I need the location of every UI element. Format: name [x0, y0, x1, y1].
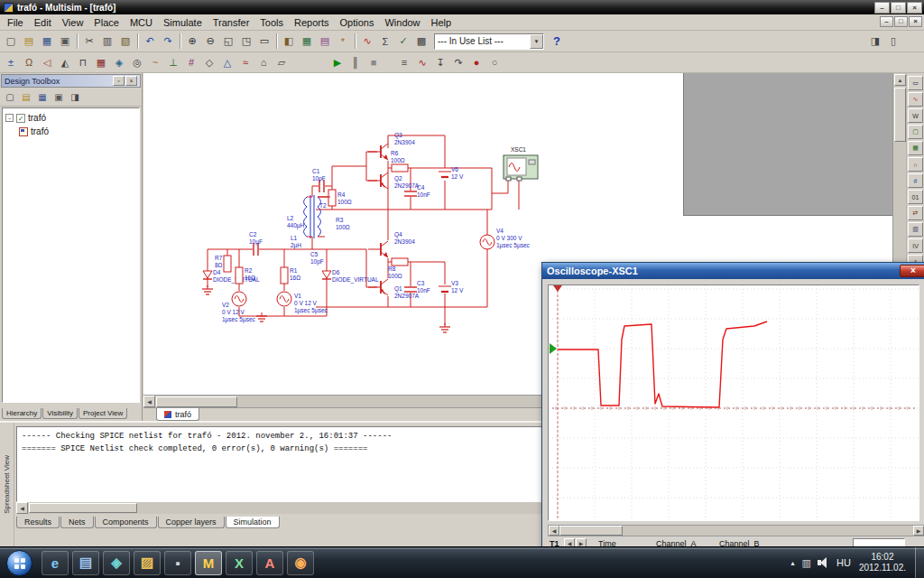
- multisim-taskbar-icon[interactable]: M: [195, 551, 222, 575]
- mdi-close-button[interactable]: ×: [909, 16, 922, 27]
- mcu-step-over-icon[interactable]: ↷: [449, 53, 467, 71]
- place-source-icon[interactable]: ±: [2, 53, 20, 71]
- grapher-icon[interactable]: ∿: [358, 33, 376, 51]
- place-basic-icon[interactable]: Ω: [20, 53, 38, 71]
- zoom-in-icon[interactable]: ⊕: [183, 33, 201, 51]
- probe-icon[interactable]: ∿: [413, 53, 431, 71]
- breadboard-view-icon[interactable]: ▯: [884, 33, 902, 51]
- ss-scroll-thumb[interactable]: [29, 503, 137, 513]
- menu-transfer[interactable]: Transfer: [208, 15, 255, 30]
- place-transistor-icon[interactable]: ◭: [56, 53, 74, 71]
- place-rf-icon[interactable]: ≈: [236, 53, 254, 71]
- component-Q2[interactable]: Q22N2907A: [368, 172, 420, 189]
- postprocessor-icon[interactable]: Σ: [376, 33, 394, 51]
- in-use-list-combo[interactable]: --- In Use List --- ▼: [434, 33, 544, 50]
- media-player-icon[interactable]: ◉: [287, 551, 314, 575]
- toolbox-close-icon[interactable]: ▣: [51, 89, 67, 106]
- undo-icon[interactable]: ↶: [141, 33, 159, 51]
- menu-help[interactable]: Help: [426, 15, 457, 30]
- component-R4[interactable]: R4100Ω: [328, 190, 352, 206]
- zoom-out-icon[interactable]: ⊖: [201, 33, 219, 51]
- iv-analyzer-icon[interactable]: IV: [908, 238, 923, 253]
- tab-components[interactable]: Components: [95, 517, 157, 528]
- breakpoint-icon[interactable]: ●: [467, 53, 485, 71]
- logic-converter-icon[interactable]: ⇄: [908, 206, 923, 220]
- tray-app-icon[interactable]: ▥: [802, 557, 811, 569]
- close-button[interactable]: ×: [907, 2, 922, 14]
- new-icon[interactable]: ▢: [2, 33, 20, 51]
- file-manager-icon[interactable]: ▤: [72, 551, 99, 575]
- menu-window[interactable]: Window: [379, 15, 425, 30]
- tab-hierarchy[interactable]: Hierarchy: [2, 408, 42, 419]
- place-mixed-icon[interactable]: ~: [146, 53, 164, 71]
- component-R1[interactable]: R116Ω: [281, 267, 300, 284]
- t1-cursor-marker[interactable]: [553, 285, 562, 292]
- component-gnd[interactable]: [256, 312, 267, 322]
- place-electromech-icon[interactable]: ⌂: [254, 53, 273, 71]
- tab-nets[interactable]: Nets: [60, 517, 94, 528]
- component-XSC1[interactable]: XSC1: [504, 146, 538, 181]
- menu-simulate[interactable]: Simulate: [158, 15, 208, 30]
- analyses-icon[interactable]: ≡: [395, 53, 413, 71]
- place-diode-icon[interactable]: ◁: [38, 53, 56, 71]
- oscilloscope-titlebar[interactable]: Oscilloscope-XSC1 ×: [542, 263, 924, 279]
- language-indicator[interactable]: HU: [836, 557, 851, 568]
- design-toolbox-icon[interactable]: ◧: [280, 33, 298, 51]
- menu-file[interactable]: File: [2, 15, 29, 30]
- menu-reports[interactable]: Reports: [289, 15, 335, 30]
- explorer-folder-icon[interactable]: ▨: [134, 551, 161, 575]
- internet-explorer-icon[interactable]: e: [42, 551, 69, 575]
- fullscreen-icon[interactable]: ▭: [255, 33, 273, 51]
- component-gnd[interactable]: [439, 323, 450, 332]
- clear-breakpoint-icon[interactable]: ○: [485, 53, 504, 71]
- media-app-icon[interactable]: ◈: [103, 551, 130, 575]
- component-C2[interactable]: C210µF: [249, 231, 263, 256]
- place-peripherals-icon[interactable]: △: [218, 53, 236, 71]
- copy-icon[interactable]: ▥: [98, 33, 116, 51]
- combo-dropdown-icon[interactable]: ▼: [530, 34, 543, 49]
- place-misc-icon[interactable]: ◇: [200, 53, 218, 71]
- mdi-restore-button[interactable]: □: [894, 16, 908, 27]
- logic-analyzer-icon[interactable]: ▥: [908, 222, 923, 237]
- menu-mcu[interactable]: MCU: [125, 15, 158, 30]
- four-channel-oscilloscope-icon[interactable]: ▦: [908, 141, 923, 155]
- cut-icon[interactable]: ✂: [80, 33, 98, 51]
- component-T2[interactable]: T2: [304, 195, 331, 238]
- menu-options[interactable]: Options: [335, 15, 380, 30]
- zoom-area-icon[interactable]: ◱: [219, 33, 237, 51]
- stop-simulation-button[interactable]: ■: [365, 53, 383, 71]
- schematic-view-icon[interactable]: ◨: [866, 33, 884, 51]
- component-wizard-icon[interactable]: *: [334, 33, 352, 51]
- horizontal-scroll-thumb[interactable]: [156, 396, 237, 407]
- vertical-scroll-thumb[interactable]: [894, 88, 906, 142]
- start-button[interactable]: [6, 550, 32, 576]
- component-V3[interactable]: V312 V: [438, 280, 464, 294]
- component-gnd[interactable]: [202, 285, 213, 294]
- oscilloscope-icon[interactable]: ▢: [908, 125, 923, 139]
- command-window-icon[interactable]: ▪: [164, 551, 191, 575]
- toolbox-view-icon[interactable]: ◨: [67, 89, 83, 106]
- menu-view[interactable]: View: [57, 15, 89, 30]
- menu-tools[interactable]: Tools: [254, 15, 289, 30]
- place-misc-digital-icon[interactable]: ◎: [128, 53, 146, 71]
- tree-expander-icon[interactable]: -: [5, 114, 14, 122]
- place-connector-icon[interactable]: ▱: [273, 53, 291, 71]
- scope-scroll-thumb[interactable]: [559, 526, 623, 536]
- tab-results[interactable]: Results: [16, 517, 60, 528]
- place-power-icon[interactable]: #: [182, 53, 200, 71]
- show-desktop-button[interactable]: [915, 547, 924, 578]
- oscilloscope-close-button[interactable]: ×: [900, 265, 924, 277]
- component-R8[interactable]: R8100Ω: [388, 258, 408, 279]
- bode-plotter-icon[interactable]: ∩: [908, 157, 923, 172]
- channel-a-marker[interactable]: [550, 343, 557, 354]
- capture-region-icon[interactable]: ▩: [412, 33, 430, 51]
- run-simulation-button[interactable]: ▶: [328, 53, 346, 71]
- ss-scroll-left-icon[interactable]: ◀: [16, 502, 28, 514]
- restore-button[interactable]: □: [891, 2, 906, 14]
- mcu-step-into-icon[interactable]: ↧: [431, 53, 449, 71]
- excel-icon[interactable]: X: [226, 551, 253, 575]
- pause-simulation-button[interactable]: ║: [346, 53, 365, 71]
- oscilloscope-scrollbar[interactable]: ◀ ▶: [548, 525, 924, 536]
- help-icon[interactable]: ?: [548, 33, 566, 51]
- component-C1[interactable]: C110pF: [312, 168, 326, 192]
